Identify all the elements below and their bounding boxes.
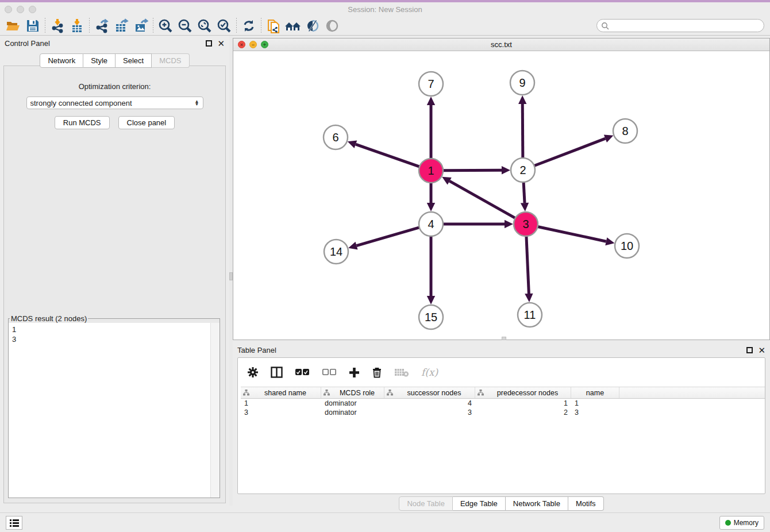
mcds-result-area[interactable]: 1 3 [9, 323, 220, 498]
zoom-in-icon [158, 18, 173, 33]
export-network-icon [94, 18, 109, 33]
table-cell[interactable]: 2 [475, 408, 571, 417]
export-network-button[interactable] [92, 17, 111, 34]
delete-column-button[interactable] [372, 367, 382, 378]
graph-edge-arrowhead [518, 95, 526, 104]
graph-edge-2-3[interactable] [523, 182, 525, 203]
optimization-criterion-dropdown[interactable]: strongly connected component ▲▼ [26, 97, 203, 109]
network-resize-grip[interactable] [502, 337, 506, 340]
table-cell[interactable]: dominator [321, 399, 384, 407]
export-table-button[interactable] [111, 17, 131, 34]
graph-edge-1-2[interactable] [443, 170, 502, 171]
select-all-button[interactable] [295, 368, 310, 376]
graph-edge-3-11[interactable] [526, 236, 529, 294]
table-row[interactable]: 1dominator411 [241, 399, 765, 408]
zoom-selected-button[interactable] [214, 17, 234, 34]
tab-network-table[interactable]: Network Table [506, 496, 568, 511]
column-header-predecessor-nodes[interactable]: predecessor nodes [475, 387, 571, 398]
network-window-titlebar[interactable]: × − + scc.txt [233, 38, 769, 51]
graph-node-label: 2 [519, 164, 526, 176]
tab-edge-table[interactable]: Edge Table [453, 496, 506, 511]
table-cell[interactable]: 4 [384, 399, 475, 407]
graph-edge-arrowhead [525, 294, 533, 302]
task-history-button[interactable] [6, 516, 22, 530]
table-cell[interactable]: 3 [384, 408, 475, 417]
refresh-button[interactable] [239, 17, 259, 34]
column-header-shared-name[interactable]: shared name [241, 387, 321, 398]
search-input[interactable] [611, 22, 764, 30]
gear-icon [247, 367, 259, 378]
tab-network[interactable]: Network [40, 53, 83, 68]
save-session-button[interactable] [23, 17, 43, 34]
add-column-icon [349, 367, 360, 378]
birds-eye-view-icon [325, 18, 340, 33]
show-graphics-details-button[interactable] [303, 17, 322, 34]
graph-node-label: 1 [428, 164, 434, 177]
graph-node-label: 3 [522, 218, 529, 230]
mcds-panel: Optimization criterion: strongly connect… [3, 65, 226, 503]
close-panel-icon[interactable]: ✕ [217, 40, 225, 47]
search-field[interactable] [596, 19, 764, 32]
graph-edge-1-6[interactable] [356, 144, 419, 167]
column-header-MCDS-role[interactable]: MCDS role [321, 387, 384, 398]
table-cell[interactable]: dominator [321, 408, 384, 417]
tab-motifs[interactable]: Motifs [568, 496, 604, 511]
tab-node-table[interactable]: Node Table [399, 496, 453, 511]
mcds-result-lines: 1 3 [9, 323, 220, 346]
graph-edge-3-10[interactable] [538, 226, 606, 241]
table-panel-tabs: Node TableEdge TableNetwork TableMotifs [233, 496, 770, 511]
graph-node-label: 9 [519, 76, 525, 89]
zoom-out-icon [178, 18, 192, 33]
control-panel-tabs: NetworkStyleSelectMCDS [0, 53, 229, 68]
toolbar-separator [45, 18, 45, 34]
network-canvas[interactable]: 7968124314101511 [233, 51, 769, 340]
open-session-icon [6, 19, 21, 33]
birds-eye-view-button[interactable] [322, 17, 342, 34]
open-session-button[interactable] [3, 17, 23, 34]
deselect-all-button[interactable] [322, 368, 337, 376]
table-cell[interactable]: 1 [475, 399, 571, 407]
graph-edge-2-9[interactable] [522, 104, 523, 158]
close-panel-button[interactable]: Close panel [118, 116, 175, 129]
table-cell[interactable]: 3 [571, 408, 619, 417]
table-cell[interactable]: 1 [571, 399, 619, 407]
tab-mcds[interactable]: MCDS [152, 53, 189, 68]
home-button[interactable] [283, 17, 303, 34]
app-title: Session: New Session [0, 5, 770, 14]
table-settings-button[interactable] [247, 367, 259, 378]
function-builder-button[interactable]: f(x) [421, 367, 438, 378]
import-table-button[interactable] [67, 17, 87, 34]
memory-button[interactable]: Memory [719, 516, 764, 530]
clone-network-button[interactable] [264, 17, 283, 34]
export-image-button[interactable] [131, 17, 151, 34]
network-canvas-svg: 7968124314101511 [233, 51, 769, 340]
graph-edge-4-14[interactable] [357, 228, 419, 246]
table-row[interactable]: 3dominator323 [241, 408, 765, 417]
table-cell[interactable]: 1 [241, 399, 321, 407]
show-column-button[interactable] [271, 367, 283, 378]
float-table-panel-icon[interactable] [746, 347, 753, 353]
zoom-in-button[interactable] [156, 17, 175, 34]
graph-edge-arrowhead [348, 242, 357, 250]
column-header-name[interactable]: name [571, 387, 619, 398]
column-header-successor-nodes[interactable]: successor nodes [384, 387, 475, 398]
close-table-panel-icon[interactable]: ✕ [758, 347, 765, 353]
create-column-button[interactable] [349, 367, 360, 378]
graph-edge-2-8[interactable] [534, 138, 606, 165]
graph-edge-arrowhead [502, 166, 510, 174]
float-panel-icon[interactable] [206, 40, 212, 47]
save-session-icon [26, 19, 40, 33]
import-network-button[interactable] [48, 17, 67, 34]
graph-edge-3-1[interactable] [449, 181, 515, 218]
export-image-icon [133, 18, 148, 33]
zoom-out-button[interactable] [175, 17, 195, 34]
run-mcds-button[interactable]: Run MCDS [55, 116, 110, 129]
table-cell[interactable]: 3 [241, 408, 321, 417]
toolbar-separator [89, 18, 90, 34]
tab-select[interactable]: Select [116, 53, 152, 68]
delete-table-button[interactable] [394, 367, 409, 377]
shared-column-icon [478, 390, 484, 396]
tab-style[interactable]: Style [83, 53, 116, 68]
result-scrollbar[interactable] [210, 323, 220, 498]
zoom-fit-button[interactable] [195, 17, 214, 34]
